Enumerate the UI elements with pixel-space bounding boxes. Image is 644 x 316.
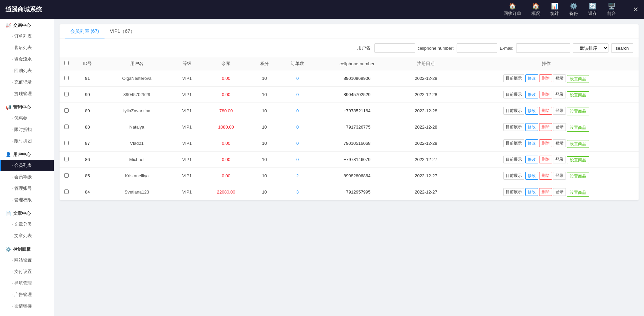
nav-orders[interactable]: 🏠 回收订单	[504, 2, 521, 17]
tab-member-list[interactable]: 会员列表 (67)	[65, 24, 105, 39]
btn-delete-1[interactable]: 删除	[539, 91, 552, 98]
btn-edit-1[interactable]: 修改	[525, 91, 538, 98]
nav-frontend[interactable]: 🖥️ 前台	[607, 2, 616, 17]
btn-edit-6[interactable]: 修改	[525, 172, 538, 180]
btn-set-goods-3[interactable]: 设置商品	[567, 124, 589, 132]
username-input[interactable]	[374, 43, 415, 53]
row-balance-7: 22080.00	[202, 184, 250, 200]
sidebar-item-payment[interactable]: 支付设置	[0, 266, 54, 277]
row-select-checkbox-6[interactable]	[64, 173, 69, 178]
btn-delete-4[interactable]: 删除	[539, 139, 552, 147]
btn-delete-6[interactable]: 删除	[539, 172, 552, 180]
sidebar-item-member-level[interactable]: 会员等级	[0, 171, 54, 183]
btn-login-2[interactable]: 登录	[553, 107, 566, 115]
row-select-checkbox-4[interactable]	[64, 141, 69, 145]
btn-login-5[interactable]: 登录	[553, 156, 566, 163]
btn-edit-4[interactable]: 修改	[525, 139, 538, 147]
row-orders-3[interactable]: 0	[279, 119, 316, 135]
btn-delete-0[interactable]: 删除	[539, 74, 552, 82]
btn-edit-2[interactable]: 修改	[525, 107, 538, 115]
btn-set-goods-5[interactable]: 设置商品	[567, 156, 589, 164]
sidebar-item-article-list[interactable]: 文章列表	[0, 230, 54, 242]
btn-delete-5[interactable]: 删除	[539, 156, 552, 163]
sidebar-item-site-settings[interactable]: 网站设置	[0, 254, 54, 266]
row-select-checkbox-0[interactable]	[64, 76, 69, 80]
nav-overview[interactable]: 🏠 概况	[531, 2, 540, 17]
row-select-checkbox-5[interactable]	[64, 157, 69, 161]
btn-edit-0[interactable]: 修改	[525, 74, 538, 82]
btn-show-5[interactable]: 目前展示	[503, 156, 524, 163]
row-regdate-0: 2022-12-28	[398, 70, 454, 87]
btn-set-goods-0[interactable]: 设置商品	[567, 75, 589, 83]
btn-login-1[interactable]: 登录	[553, 91, 566, 98]
btn-delete-3[interactable]: 删除	[539, 123, 552, 131]
btn-show-7[interactable]: 目前展示	[503, 188, 524, 196]
sidebar-item-admin-permission[interactable]: 管理权限	[0, 194, 54, 206]
btn-set-goods-6[interactable]: 设置商品	[567, 173, 589, 180]
email-input[interactable]	[516, 43, 570, 53]
btn-login-7[interactable]: 登录	[553, 188, 566, 196]
sidebar-item-member-list[interactable]: 会员列表	[0, 160, 54, 171]
sidebar-item-fund-flow[interactable]: 资金流水	[0, 53, 54, 65]
row-id-1: 90	[73, 87, 102, 103]
nav-stats[interactable]: 📊 统计	[550, 2, 559, 17]
sidebar-item-limited-discount[interactable]: 限时折扣	[0, 124, 54, 135]
row-select-checkbox-7[interactable]	[64, 189, 69, 194]
cellphone-input[interactable]	[457, 43, 497, 53]
btn-login-0[interactable]: 登录	[553, 74, 566, 82]
row-actions-6: 目前展示 修改 删除 登录 设置商品	[454, 168, 639, 184]
tab-vip1[interactable]: VIP1（67）	[105, 24, 140, 39]
btn-show-0[interactable]: 目前展示	[503, 74, 524, 82]
btn-show-2[interactable]: 目前展示	[503, 107, 524, 115]
nav-backup[interactable]: ⚙️ 备份	[569, 2, 578, 17]
btn-show-6[interactable]: 目前展示	[503, 172, 524, 180]
row-select-checkbox-2[interactable]	[64, 108, 69, 113]
btn-set-goods-1[interactable]: 设置商品	[567, 91, 589, 99]
sidebar-item-recharge[interactable]: 充值记录	[0, 76, 54, 88]
nav-restore[interactable]: 🔄 返存	[588, 2, 597, 17]
username-label: 用户名:	[357, 45, 372, 51]
sidebar-item-withdraw[interactable]: 提现管理	[0, 88, 54, 99]
article-icon: 📄	[5, 211, 11, 216]
row-points-5: 10	[250, 152, 279, 168]
row-orders-7[interactable]: 3	[279, 184, 316, 200]
row-orders-5[interactable]: 0	[279, 152, 316, 168]
btn-login-6[interactable]: 登录	[553, 172, 566, 180]
btn-show-4[interactable]: 目前展示	[503, 139, 524, 147]
btn-show-3[interactable]: 目前展示	[503, 123, 524, 131]
sort-select[interactable]: = 默认排序 =	[573, 43, 608, 53]
sidebar-item-buyback[interactable]: 回购列表	[0, 65, 54, 76]
row-select-checkbox-3[interactable]	[64, 125, 69, 129]
gear-icon: ⚙️	[570, 2, 577, 10]
row-orders-0[interactable]: 0	[279, 70, 316, 87]
search-button[interactable]: search	[611, 43, 633, 53]
sidebar-item-order-list[interactable]: 订单列表	[0, 30, 54, 42]
btn-delete-2[interactable]: 删除	[539, 107, 552, 115]
row-orders-1[interactable]: 0	[279, 87, 316, 103]
sidebar-item-nav[interactable]: 导航管理	[0, 277, 54, 289]
sidebar-item-admin-account[interactable]: 管理账号	[0, 183, 54, 194]
btn-set-goods-7[interactable]: 设置商品	[567, 189, 589, 197]
sidebar-item-friend-link[interactable]: 友情链接	[0, 300, 54, 312]
row-balance-5: 0.00	[202, 152, 250, 168]
row-select-checkbox-1[interactable]	[64, 92, 69, 96]
btn-edit-3[interactable]: 修改	[525, 123, 538, 131]
select-all-checkbox[interactable]	[64, 61, 69, 65]
sidebar-item-limited-group[interactable]: 限时拼团	[0, 135, 54, 147]
btn-set-goods-4[interactable]: 设置商品	[567, 140, 589, 148]
btn-set-goods-2[interactable]: 设置商品	[567, 108, 589, 115]
row-orders-2[interactable]: 0	[279, 103, 316, 119]
row-orders-4[interactable]: 0	[279, 135, 316, 152]
btn-edit-5[interactable]: 修改	[525, 156, 538, 163]
btn-delete-7[interactable]: 删除	[539, 188, 552, 196]
logout-button[interactable]: ✕	[633, 5, 639, 14]
btn-edit-7[interactable]: 修改	[525, 188, 538, 196]
row-orders-6[interactable]: 2	[279, 168, 316, 184]
sidebar-item-article-category[interactable]: 文章分类	[0, 219, 54, 230]
btn-login-3[interactable]: 登录	[553, 123, 566, 131]
btn-show-1[interactable]: 目前展示	[503, 91, 524, 98]
btn-login-4[interactable]: 登录	[553, 139, 566, 147]
sidebar-item-aftersale[interactable]: 售后列表	[0, 42, 54, 53]
sidebar-item-coupon[interactable]: 优惠券	[0, 112, 54, 124]
sidebar-item-ad[interactable]: 广告管理	[0, 289, 54, 300]
